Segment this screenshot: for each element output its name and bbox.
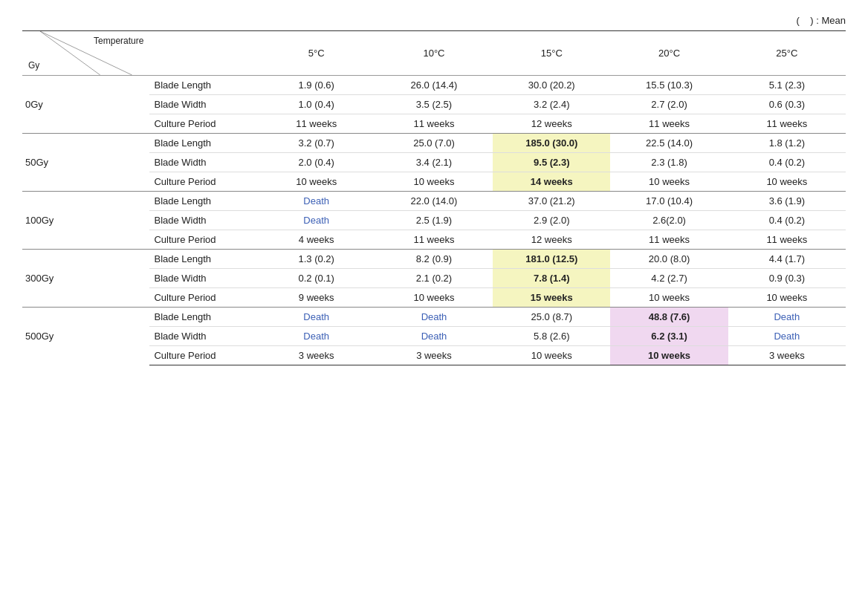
diagonal-header: Temperature Gy: [22, 31, 149, 76]
data-cell: 25.0 (8.7): [493, 308, 610, 327]
data-cell: 22.5 (14.0): [610, 134, 728, 153]
data-cell: 30.0 (20.2): [493, 76, 610, 95]
data-cell: 10 weeks: [610, 172, 728, 192]
data-cell: 1.0 (0.4): [258, 95, 375, 114]
row-type-label: Blade Length: [149, 308, 257, 327]
data-cell: 0.6 (0.3): [728, 95, 846, 114]
data-cell: 11 weeks: [375, 114, 493, 134]
data-cell: 15 weeks: [493, 288, 610, 308]
data-cell: 3.2 (0.7): [258, 134, 375, 153]
row-type-label: Culture Period: [149, 288, 257, 308]
data-cell: 14 weeks: [493, 172, 610, 192]
legend-text: ( ) : Mean: [22, 15, 846, 26]
row-type-label: Blade Width: [149, 269, 257, 288]
data-cell: 4 weeks: [258, 230, 375, 250]
table-row: 100GyBlade LengthDeath22.0 (14.0)37.0 (2…: [22, 192, 846, 211]
group-label: 500Gy: [22, 308, 149, 365]
data-cell: Death: [258, 192, 375, 211]
data-cell: 0.4 (0.2): [728, 153, 846, 172]
row-type-label: Blade Length: [149, 134, 257, 153]
data-cell: Death: [728, 327, 846, 346]
row-type-label: Blade Length: [149, 76, 257, 95]
data-cell: 8.2 (0.9): [375, 250, 493, 269]
data-cell: 0.2 (0.1): [258, 269, 375, 288]
gy-label: Gy: [28, 60, 39, 71]
data-cell: 4.2 (2.7): [610, 269, 728, 288]
header-row: Temperature Gy 5°C 10°C 15°C 20°C 25°C: [22, 31, 846, 76]
row-type-label: Blade Width: [149, 153, 257, 172]
header-15c: 15°C: [493, 31, 610, 76]
row-type-label: Blade Width: [149, 211, 257, 230]
data-cell: 15.5 (10.3): [610, 76, 728, 95]
data-cell: 10 weeks: [610, 288, 728, 308]
data-cell: 1.9 (0.6): [258, 76, 375, 95]
row-type-label: Blade Length: [149, 192, 257, 211]
row-type-label: Blade Width: [149, 327, 257, 346]
data-cell: 48.8 (7.6): [610, 308, 728, 327]
row-type-label: Culture Period: [149, 114, 257, 134]
data-cell: 0.4 (0.2): [728, 211, 846, 230]
data-cell: 10 weeks: [375, 288, 493, 308]
table-row: 300GyBlade Length1.3 (0.2)8.2 (0.9)181.0…: [22, 250, 846, 269]
data-cell: 25.0 (7.0): [375, 134, 493, 153]
data-cell: 181.0 (12.5): [493, 250, 610, 269]
row-type-label: Culture Period: [149, 172, 257, 192]
data-cell: Death: [258, 308, 375, 327]
group-label: 100Gy: [22, 192, 149, 250]
data-cell: 22.0 (14.0): [375, 192, 493, 211]
data-table: Temperature Gy 5°C 10°C 15°C 20°C 25°C 0…: [22, 30, 846, 365]
data-cell: 12 weeks: [493, 230, 610, 250]
data-cell: Death: [728, 308, 846, 327]
group-label: 50Gy: [22, 134, 149, 192]
row-type-label: Blade Width: [149, 95, 257, 114]
data-cell: Death: [375, 308, 493, 327]
row-type-label: Blade Length: [149, 250, 257, 269]
data-cell: 7.8 (1.4): [493, 269, 610, 288]
header-25c: 25°C: [728, 31, 846, 76]
data-cell: 3.2 (2.4): [493, 95, 610, 114]
data-cell: 10 weeks: [375, 172, 493, 192]
data-cell: 9 weeks: [258, 288, 375, 308]
header-row-label-col: [149, 31, 257, 76]
data-cell: 2.3 (1.8): [610, 153, 728, 172]
data-cell: 17.0 (10.4): [610, 192, 728, 211]
data-cell: 20.0 (8.0): [610, 250, 728, 269]
data-cell: 1.3 (0.2): [258, 250, 375, 269]
table-row: 500GyBlade LengthDeathDeath25.0 (8.7)48.…: [22, 308, 846, 327]
row-type-label: Culture Period: [149, 346, 257, 365]
temp-label: Temperature: [94, 36, 143, 46]
data-cell: 5.8 (2.6): [493, 327, 610, 346]
data-cell: 11 weeks: [375, 230, 493, 250]
data-cell: 10 weeks: [728, 172, 846, 192]
data-cell: 0.9 (0.3): [728, 269, 846, 288]
data-cell: 2.1 (0.2): [375, 269, 493, 288]
data-cell: 11 weeks: [610, 114, 728, 134]
data-cell: Death: [375, 327, 493, 346]
table-row: 0GyBlade Length1.9 (0.6)26.0 (14.4)30.0 …: [22, 76, 846, 95]
data-cell: 2.9 (2.0): [493, 211, 610, 230]
data-cell: 185.0 (30.0): [493, 134, 610, 153]
data-cell: 10 weeks: [610, 346, 728, 365]
data-cell: 37.0 (21.2): [493, 192, 610, 211]
data-cell: 6.2 (3.1): [610, 327, 728, 346]
data-cell: 11 weeks: [728, 230, 846, 250]
row-type-label: Culture Period: [149, 230, 257, 250]
header-20c: 20°C: [610, 31, 728, 76]
data-cell: 26.0 (14.4): [375, 76, 493, 95]
data-cell: 11 weeks: [258, 114, 375, 134]
data-cell: 9.5 (2.3): [493, 153, 610, 172]
data-cell: 2.5 (1.9): [375, 211, 493, 230]
table-row: 50GyBlade Length3.2 (0.7)25.0 (7.0)185.0…: [22, 134, 846, 153]
data-cell: 12 weeks: [493, 114, 610, 134]
data-cell: 3 weeks: [375, 346, 493, 365]
data-cell: 3 weeks: [258, 346, 375, 365]
header-10c: 10°C: [375, 31, 493, 76]
data-cell: 1.8 (1.2): [728, 134, 846, 153]
table-container: Temperature Gy 5°C 10°C 15°C 20°C 25°C 0…: [22, 30, 846, 365]
data-cell: 3.6 (1.9): [728, 192, 846, 211]
svg-line-1: [40, 31, 100, 75]
group-label: 0Gy: [22, 76, 149, 134]
data-cell: 4.4 (1.7): [728, 250, 846, 269]
data-cell: Death: [258, 211, 375, 230]
header-5c: 5°C: [258, 31, 375, 76]
